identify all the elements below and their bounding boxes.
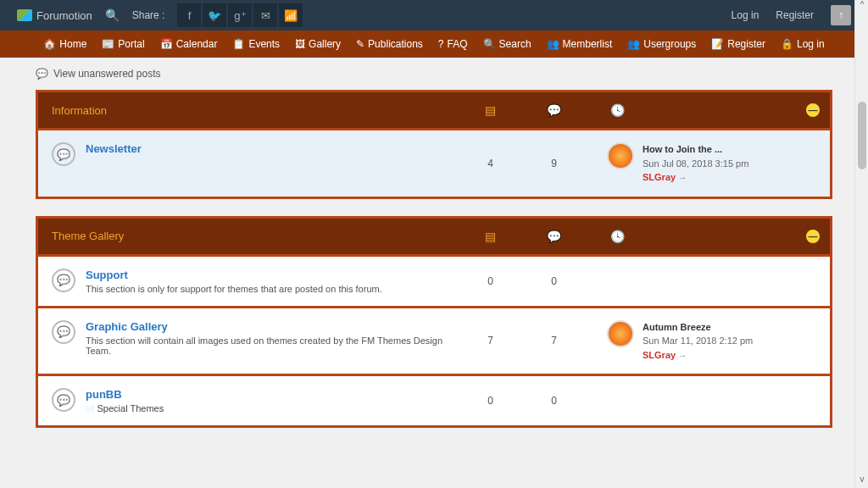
forum-desc: This section is only for support for the… <box>86 284 450 294</box>
main-container: 💬 View unanswered posts Information ▤ 💬 … <box>27 58 841 428</box>
category-title[interactable]: Information <box>52 104 459 117</box>
goto-arrow-icon[interactable]: → <box>678 173 687 182</box>
rss-icon[interactable]: 📶 <box>279 3 303 27</box>
forum-title[interactable]: Support <box>86 269 450 281</box>
nav-calendar[interactable]: 📅Calendar <box>160 38 218 50</box>
register-link[interactable]: Register <box>776 9 814 21</box>
forum-status-icon: 💬 <box>52 269 75 292</box>
nav-icon: ✎ <box>356 38 364 50</box>
nav-usergroups[interactable]: 👥Usergroups <box>627 38 696 50</box>
nav-faq[interactable]: ?FAQ <box>438 38 468 50</box>
collapse-button[interactable]: — <box>806 103 820 117</box>
category: Theme Gallery ▤ 💬 🕓 — 💬 SupportThis sect… <box>36 216 832 429</box>
last-post-info: How to Join the ... Sun Jul 08, 2018 3:1… <box>643 142 748 185</box>
nav-icon: 🏠 <box>43 38 56 50</box>
nav-label: Usergroups <box>643 38 696 50</box>
nav-label: Register <box>727 38 765 50</box>
forum-row: 💬 Graphic GalleryThis section will conta… <box>38 306 830 374</box>
email-icon[interactable]: ✉ <box>253 3 277 27</box>
nav-publications[interactable]: ✎Publications <box>356 38 423 50</box>
scroll-up-icon[interactable]: ^ <box>855 0 868 14</box>
share-label: Share : <box>132 9 165 21</box>
forum-main: Newsletter <box>86 142 459 158</box>
last-post-user[interactable]: SLGray <box>643 350 676 360</box>
last-post-title[interactable]: Autumn Breeze <box>643 320 753 335</box>
topic-count: 0 <box>459 275 522 287</box>
nav-icon: 🔍 <box>483 38 496 50</box>
twitter-icon[interactable]: 🐦 <box>203 3 226 27</box>
scroll-thumb[interactable] <box>858 102 866 169</box>
nav-label: Calendar <box>176 38 218 50</box>
nav-label: Publications <box>368 38 423 50</box>
scrollbar[interactable]: ^ v <box>854 0 868 445</box>
main-nav: 🏠Home📰Portal📅Calendar📋Events🖼Gallery✎Pub… <box>0 30 868 58</box>
nav-icon: 📋 <box>232 38 245 50</box>
last-post-user[interactable]: SLGray <box>643 172 676 182</box>
lastpost-header-icon: 🕓 <box>586 103 649 117</box>
nav-gallery[interactable]: 🖼Gallery <box>295 38 341 50</box>
nav-memberlist[interactable]: 👥Memberlist <box>547 38 613 50</box>
gplus-icon[interactable]: g⁺ <box>228 3 252 27</box>
unanswered-link[interactable]: View unanswered posts <box>53 68 161 80</box>
forum-title[interactable]: punBB <box>86 388 450 401</box>
nav-icon: 📅 <box>160 38 173 50</box>
forum-status-icon: 💬 <box>52 320 75 344</box>
avatar[interactable] <box>607 142 634 169</box>
row-icon-cell: 💬 <box>52 142 86 166</box>
nav-icon: 📝 <box>711 38 724 50</box>
last-post-title[interactable]: How to Join the ... <box>643 142 748 157</box>
forum-status-icon: 💬 <box>52 388 75 412</box>
search-icon[interactable]: 🔍 <box>105 8 120 22</box>
forum-main: punBBSpecial Themes <box>86 388 459 413</box>
avatar[interactable] <box>607 320 634 347</box>
forum-title[interactable]: Newsletter <box>86 142 450 155</box>
subforum-link[interactable]: Special Themes <box>86 403 450 413</box>
row-icon-cell: 💬 <box>52 269 86 292</box>
nav-register[interactable]: 📝Register <box>711 38 765 50</box>
topics-header-icon: ▤ <box>459 103 522 117</box>
scroll-top-button[interactable]: ↑ <box>831 5 851 25</box>
nav-label: Home <box>59 38 86 50</box>
forum-row: 💬 Newsletter 4 9 How to Join the ... Sun… <box>38 128 830 197</box>
nav-icon: 🖼 <box>295 38 305 50</box>
forum-main: Graphic GalleryThis section will contain… <box>86 320 459 356</box>
forum-row: 💬 SupportThis section is only for suppor… <box>38 254 830 306</box>
topics-header-icon: ▤ <box>459 230 522 243</box>
nav-label: Portal <box>118 38 144 50</box>
topbar-right: Log in Register ↑ <box>732 5 851 25</box>
nav-icon: 👥 <box>627 38 640 50</box>
last-post-cell: How to Join the ... Sun Jul 08, 2018 3:1… <box>586 142 816 185</box>
nav-label: Gallery <box>309 38 341 50</box>
brand-logo[interactable]: Forumotion <box>17 9 92 22</box>
post-count: 0 <box>522 275 586 287</box>
nav-label: Search <box>499 38 531 50</box>
brand-name: Forumotion <box>36 9 92 22</box>
nav-log-in[interactable]: 🔒Log in <box>781 38 825 50</box>
post-count: 0 <box>522 395 586 407</box>
lastpost-header-icon: 🕓 <box>586 230 649 243</box>
category-header: Information ▤ 💬 🕓 — <box>38 92 830 128</box>
nav-label: Log in <box>797 38 825 50</box>
nav-portal[interactable]: 📰Portal <box>102 38 144 50</box>
post-count: 9 <box>522 158 586 169</box>
category-title[interactable]: Theme Gallery <box>52 230 459 242</box>
forum-desc: This section will contain all images use… <box>86 336 450 356</box>
nav-home[interactable]: 🏠Home <box>43 38 86 50</box>
facebook-icon[interactable]: f <box>177 3 201 27</box>
last-post-info: Autumn Breeze Sun Mar 11, 2018 2:12 pm S… <box>643 320 753 363</box>
category: Information ▤ 💬 🕓 — 💬 Newsletter 4 9 How… <box>36 90 832 199</box>
nav-label: Events <box>248 38 280 50</box>
login-link[interactable]: Log in <box>732 9 760 21</box>
collapse-button[interactable]: — <box>806 230 820 243</box>
forum-title[interactable]: Graphic Gallery <box>86 320 450 333</box>
nav-icon: 🔒 <box>781 38 793 50</box>
nav-label: FAQ <box>448 38 468 50</box>
topic-count: 0 <box>459 395 522 407</box>
forum-main: SupportThis section is only for support … <box>86 269 459 294</box>
chat-icon: 💬 <box>36 68 48 80</box>
goto-arrow-icon[interactable]: → <box>678 351 687 360</box>
nav-events[interactable]: 📋Events <box>232 38 280 50</box>
unanswered-link-row: 💬 View unanswered posts <box>36 58 832 90</box>
logo-icon <box>17 9 32 21</box>
nav-search[interactable]: 🔍Search <box>483 38 531 50</box>
